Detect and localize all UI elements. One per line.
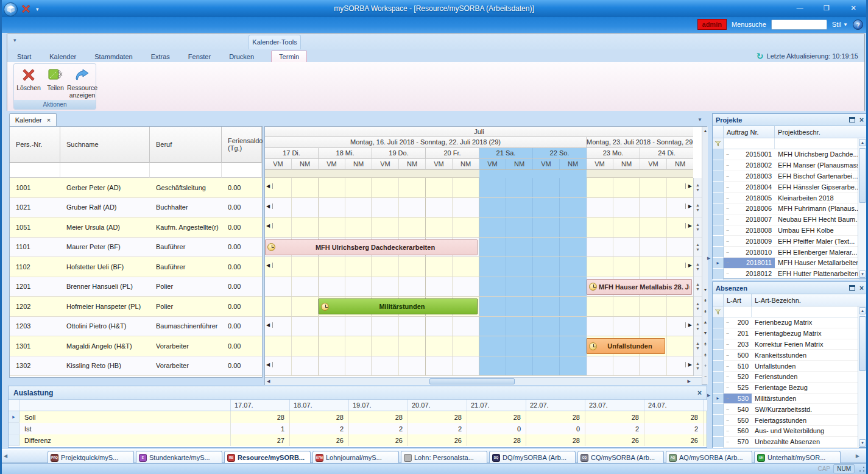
calendar-cell[interactable] <box>399 178 426 197</box>
calendar-cell[interactable] <box>265 336 292 356</box>
calendar-cell[interactable] <box>533 178 560 197</box>
calendar-cell[interactable] <box>292 198 319 218</box>
halfday-header[interactable]: VM <box>319 159 345 170</box>
calendar-cell[interactable] <box>506 277 533 297</box>
table-row[interactable]: 1001Gerber Peter (AD)Geschäftsleitung0.0… <box>10 178 262 198</box>
calendar-cell[interactable] <box>533 238 560 257</box>
calendar-cell[interactable] <box>399 218 426 237</box>
halfday-header[interactable]: NM <box>667 159 693 170</box>
calendar-cell[interactable] <box>345 198 372 218</box>
calendar-cell[interactable] <box>613 356 640 376</box>
calendar-cell[interactable] <box>667 238 693 257</box>
calendar-cell[interactable] <box>399 317 426 336</box>
calendar-cell[interactable] <box>613 218 640 237</box>
ribbon-tab-termin[interactable]: Termin <box>271 51 307 62</box>
collapse-arrow-icon[interactable]: ▶ <box>707 256 710 261</box>
ribbon-tab-stammdaten[interactable]: Stammdaten <box>93 51 133 62</box>
panel-row[interactable]: --2015001MFH Ulrichsberg Dachde... <box>713 149 859 160</box>
event-bar[interactable]: Militärstunden <box>319 299 478 314</box>
calendar-cell[interactable] <box>587 178 613 197</box>
panel-row[interactable]: --520Ferienstunden <box>713 372 859 383</box>
calendar-cell[interactable] <box>506 297 533 316</box>
calendar-cell[interactable] <box>453 356 479 376</box>
calendar-cell[interactable] <box>426 178 453 197</box>
halfday-header[interactable]: NM <box>345 159 372 170</box>
teilen-button[interactable]: Teilen <box>42 65 69 101</box>
maximize-button[interactable]: ❒ <box>818 2 835 13</box>
panel-row[interactable]: --2018005Kleinarbeiten 2018 <box>713 193 859 203</box>
calendar-cell[interactable] <box>372 198 399 218</box>
panel-row[interactable]: --525Ferientage Bezug <box>713 383 859 394</box>
calendar-cell[interactable] <box>426 336 453 356</box>
event-bar[interactable]: MFH Ulrichsberg Dachdeckerarbeiten <box>265 239 478 255</box>
row-down-icon[interactable]: ▼ <box>696 306 700 311</box>
calendar-cell[interactable] <box>587 356 613 376</box>
calendar-cell[interactable] <box>426 277 453 297</box>
calendar-cell[interactable] <box>640 356 667 376</box>
calendar-cell[interactable] <box>426 257 453 277</box>
calendar-cell[interactable] <box>292 257 319 277</box>
panel-row[interactable]: --500Krankeitsstunden <box>713 350 859 361</box>
calendar-cell[interactable] <box>587 238 613 257</box>
column-header[interactable]: Suchname <box>60 127 150 163</box>
date-column-header[interactable]: 21.07. <box>467 400 526 411</box>
halfday-header[interactable]: NM <box>453 159 479 170</box>
auslastung-row[interactable]: Ist12220022 <box>9 423 707 434</box>
halfday-header[interactable]: NM <box>613 159 640 170</box>
calendar-cell[interactable] <box>372 178 399 197</box>
table-row[interactable]: 1102Hofstetter Ueli (BF)Bauführer0.00 <box>10 257 262 277</box>
row-up-icon[interactable]: ▲ <box>696 361 700 366</box>
calendar-cell[interactable] <box>640 178 667 197</box>
auslastung-row[interactable]: ▸Soll2828282828282828 <box>9 411 707 423</box>
filter-cell[interactable] <box>150 163 222 178</box>
calendar-cell[interactable] <box>319 178 345 197</box>
calendar-cell[interactable] <box>345 336 372 356</box>
calendar-cell[interactable] <box>479 257 506 277</box>
day-header[interactable]: 19 Do. <box>372 148 426 159</box>
calendar-cell[interactable] <box>560 336 587 356</box>
scrollbar-thumb[interactable] <box>429 378 515 384</box>
filter-cell[interactable] <box>752 306 867 317</box>
row-down-icon[interactable]: ▼ <box>696 208 700 212</box>
calendar-cell[interactable] <box>453 178 479 197</box>
day-header[interactable]: 20 Fr. <box>426 148 479 159</box>
calendar-cell[interactable] <box>560 317 587 336</box>
calendar-cell[interactable] <box>345 257 372 277</box>
calendar-cell[interactable] <box>479 297 506 316</box>
calendar-cell[interactable] <box>506 218 533 237</box>
calendar-cell[interactable] <box>587 257 613 277</box>
row-up-icon[interactable]: ▲ <box>696 242 700 247</box>
column-header[interactable]: Beruf <box>150 127 222 163</box>
ribbon-tab-extras[interactable]: Extras <box>150 51 171 62</box>
calendar-cell[interactable] <box>292 297 319 316</box>
day-header[interactable]: 24 Di. <box>640 148 693 159</box>
calendar-cell[interactable] <box>426 198 453 218</box>
calendar-cell[interactable] <box>560 277 587 297</box>
panel-row[interactable]: --2018002EFH Manser (Planausmass) <box>713 160 859 171</box>
calendar-cell[interactable] <box>587 218 613 237</box>
resize-grip[interactable] <box>858 466 866 473</box>
table-row[interactable]: 1202Hofmeier Hanspeter (PL)Polier0.00 <box>10 297 262 317</box>
row-down-icon[interactable]: ▼ <box>696 247 700 252</box>
projekte-filter-row[interactable] <box>713 138 867 149</box>
auslastung-row[interactable]: Differenz2726262628282626 <box>9 434 707 446</box>
calendar-cell[interactable] <box>319 218 345 237</box>
panel-row[interactable]: --2018009EFH Pfeiffer Maler (Text... <box>713 236 859 247</box>
calendar-cell[interactable] <box>479 336 506 356</box>
float-panel-icon[interactable] <box>849 117 855 122</box>
date-column-header[interactable]: 19.07. <box>349 400 408 411</box>
calendar-cell[interactable] <box>345 218 372 237</box>
calendar-cell[interactable] <box>453 336 479 356</box>
scroll-event-left-icon[interactable]: ◀ <box>266 183 273 189</box>
calendar-cell[interactable] <box>319 317 345 336</box>
filter-funnel-icon[interactable] <box>713 138 724 149</box>
calendar-cell[interactable] <box>399 356 426 376</box>
ribbon-customize-icon[interactable]: ▾ <box>13 37 16 43</box>
row-up-icon[interactable]: ▲ <box>696 262 700 266</box>
calendar-cell[interactable] <box>667 297 693 316</box>
ribbon-tab-start[interactable]: Start <box>16 51 32 62</box>
panel-row[interactable]: --2018004EFH Hänssler Gipserarbe... <box>713 182 859 193</box>
tab-list-dropdown-icon[interactable]: ▼ <box>697 117 702 122</box>
calendar-cell[interactable] <box>533 356 560 376</box>
halfday-header[interactable]: VM <box>372 159 399 170</box>
